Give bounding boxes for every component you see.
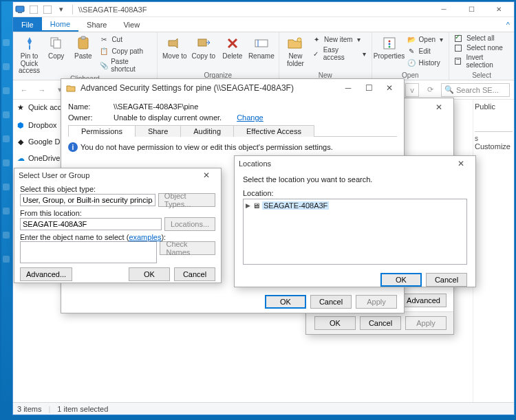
svg-rect-1 — [18, 12, 22, 13]
new-folder-button[interactable]: New folder — [283, 34, 308, 67]
cancel-button[interactable]: Cancel — [174, 267, 215, 281]
tab-auditing[interactable]: Auditing — [180, 125, 234, 137]
new-folder-icon — [286, 34, 305, 52]
close-button[interactable]: ✕ — [196, 168, 217, 183]
tab-share[interactable]: Share — [135, 125, 181, 137]
explorer-titlebar[interactable]: ▾ \\SEAGATE-408A3F ─ ☐ ✕ — [13, 2, 514, 17]
advanced-button[interactable]: Advanced — [400, 294, 447, 307]
cancel-button[interactable]: Cancel — [360, 316, 401, 330]
tab-share[interactable]: Share — [78, 17, 115, 32]
open-icon: 📂 — [407, 34, 416, 44]
scissors-icon: ✂ — [99, 34, 109, 44]
search-input[interactable]: 🔍Search SE... — [441, 83, 510, 97]
dialog-titlebar[interactable]: Locations ✕ — [235, 156, 475, 171]
edit-button[interactable]: ✎Edit — [405, 45, 444, 56]
ok-button[interactable]: OK — [129, 267, 170, 281]
change-owner-link[interactable]: Change — [237, 113, 264, 122]
ribbon-collapse-button[interactable]: ^ — [506, 17, 514, 32]
dialog-titlebar[interactable]: Advanced Security Settings for pine (\\S… — [61, 79, 404, 97]
object-name-input[interactable] — [20, 241, 157, 263]
ribbon-tabs: File Home Share View ^ — [13, 17, 514, 32]
tab-file[interactable]: File — [13, 17, 42, 32]
apply-button[interactable]: Apply — [356, 295, 397, 309]
history-button[interactable]: 🕘History — [405, 57, 444, 68]
tab-view[interactable]: View — [115, 17, 148, 32]
info-icon: i — [68, 142, 78, 152]
object-types-button[interactable]: Object Types... — [158, 193, 215, 207]
dialog-titlebar[interactable]: Select User or Group ✕ — [14, 168, 221, 182]
paste-shortcut-button[interactable]: 📎Paste shortcut — [98, 57, 152, 74]
svg-point-12 — [297, 38, 301, 42]
desktop-icon-strip — [1, 22, 12, 407]
details-public: Public — [475, 101, 513, 112]
apply-button[interactable]: Apply — [405, 316, 447, 330]
pin-to-quick-access-button[interactable]: Pin to Quick access — [17, 34, 41, 75]
easy-access-icon: ✓ — [312, 49, 321, 58]
copy-to-button[interactable]: Copy to — [191, 34, 217, 60]
select-none-button[interactable]: Select none — [453, 43, 510, 52]
minimize-button[interactable]: ─ — [430, 2, 458, 17]
nav-back-button[interactable]: ← — [17, 83, 31, 97]
new-item-button[interactable]: ✦New item▾ — [310, 34, 367, 45]
examples-link[interactable]: examples — [129, 233, 161, 241]
expand-icon[interactable]: ▶ — [246, 202, 250, 209]
computer-icon: 🖥 — [252, 201, 260, 210]
tree-node-label: SEAGATE-408A3F — [262, 201, 329, 210]
google-drive-icon: ◆ — [16, 137, 25, 146]
invert-icon — [455, 58, 461, 65]
ribbon-group-clipboard: Pin to Quick access Copy Paste ✂Cut 📋Cop… — [13, 32, 158, 80]
select-all-button[interactable]: Select all — [453, 34, 510, 43]
properties-button[interactable]: Properties — [376, 34, 402, 60]
copy-path-button[interactable]: 📋Copy path — [98, 45, 152, 56]
ribbon-group-organize: Move to Copy to Delete Rename Organize — [158, 32, 279, 80]
tab-permissions[interactable]: Permissions — [68, 125, 136, 137]
moveto-icon — [165, 34, 184, 52]
tree-node-computer[interactable]: ▶ 🖥 SEAGATE-408A3F — [246, 201, 464, 210]
object-type-field — [20, 194, 155, 206]
qat-undo-icon[interactable] — [42, 4, 53, 15]
open-button[interactable]: 📂Open▾ — [405, 34, 444, 45]
svg-point-14 — [388, 41, 390, 43]
check-names-button[interactable]: Check Names — [160, 241, 215, 255]
move-to-button[interactable]: Move to — [162, 34, 188, 60]
tab-home[interactable]: Home — [42, 17, 78, 32]
location-tree[interactable]: ▶ 🖥 SEAGATE-408A3F — [243, 199, 467, 265]
nav-forward-button[interactable]: → — [35, 83, 49, 97]
close-button[interactable]: ✕ — [429, 100, 449, 115]
close-button[interactable]: ✕ — [451, 156, 471, 171]
easy-access-button[interactable]: ✓Easy access▾ — [310, 45, 367, 62]
location-label: From this location: — [20, 209, 215, 217]
maximize-button[interactable]: ☐ — [358, 80, 379, 96]
close-button[interactable]: ✕ — [485, 2, 513, 17]
ok-button[interactable]: OK — [314, 316, 356, 330]
svg-point-16 — [388, 46, 390, 48]
maximize-button[interactable]: ☐ — [458, 2, 485, 17]
paste-button[interactable]: Paste — [71, 34, 95, 60]
select-all-icon — [455, 35, 462, 42]
cancel-button[interactable]: Cancel — [310, 295, 352, 309]
delete-button[interactable]: Delete — [219, 34, 246, 60]
address-dropdown-button[interactable]: v — [405, 83, 419, 97]
ok-button[interactable]: OK — [380, 273, 422, 287]
location-label: Location: — [243, 189, 467, 197]
rename-button[interactable]: Rename — [248, 34, 275, 60]
locations-button[interactable]: Locations... — [164, 217, 215, 231]
object-name-value: \\SEAGATE-408A3F\pine — [114, 102, 198, 111]
qat-save-icon[interactable] — [28, 4, 39, 15]
history-icon: 🕘 — [407, 58, 416, 67]
svg-rect-8 — [81, 36, 85, 39]
qat-more-icon[interactable]: ▾ — [56, 4, 67, 15]
details-customize-tab[interactable]: Customize — [475, 142, 510, 151]
close-button[interactable]: ✕ — [379, 80, 400, 96]
star-icon: ★ — [16, 102, 25, 112]
tab-effective-access[interactable]: Effective Access — [233, 125, 314, 137]
minimize-button[interactable]: ─ — [338, 80, 358, 96]
copy-button[interactable]: Copy — [44, 34, 68, 60]
cancel-button[interactable]: Cancel — [426, 273, 467, 287]
invert-selection-button[interactable]: Invert selection — [453, 53, 510, 69]
ok-button[interactable]: OK — [265, 295, 306, 309]
refresh-button[interactable]: ⟳ — [423, 83, 437, 97]
ribbon-group-select: Select all Select none Invert selection … — [449, 32, 514, 80]
advanced-button[interactable]: Advanced... — [20, 267, 72, 281]
cut-button[interactable]: ✂Cut — [98, 34, 152, 45]
